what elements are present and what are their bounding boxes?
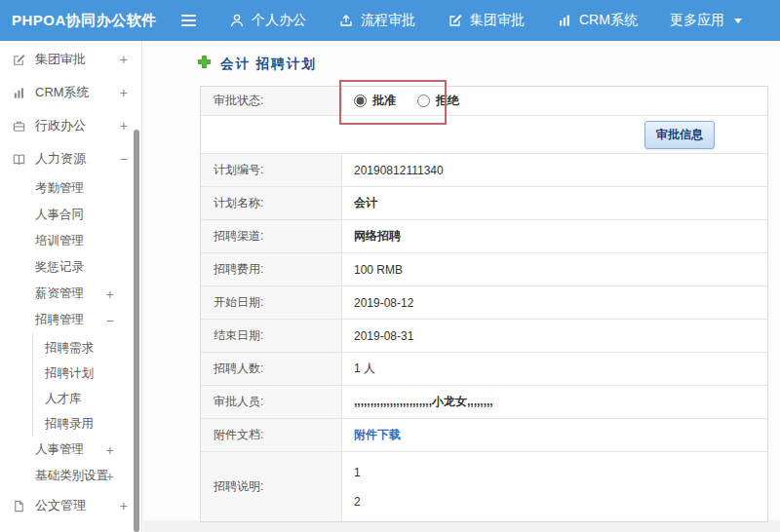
field-value: 100 RMB: [342, 253, 767, 285]
sidebar-menu: 集团审批 + CRM系统 + 行政办公 +: [0, 41, 141, 532]
sidebar-item-recruit-hire[interactable]: 招聘录用: [33, 411, 141, 437]
field-row-headcount: 招聘人数: 1 人: [201, 353, 767, 386]
sidebar-item-document-mgmt[interactable]: 公文管理 +: [0, 489, 141, 522]
expand-icon[interactable]: +: [120, 85, 128, 100]
field-label: 计划名称:: [201, 187, 342, 219]
field-row-plan-name: 计划名称: 会计: [201, 187, 767, 220]
expand-icon[interactable]: +: [106, 286, 114, 302]
radio-approve[interactable]: 批准: [354, 93, 396, 109]
add-plus-icon: [197, 55, 212, 73]
nav-item-more-apps[interactable]: 更多应用: [670, 12, 742, 29]
description-value: 1 2: [342, 452, 767, 521]
caret-down-icon: [734, 19, 742, 23]
person-icon: [229, 13, 245, 28]
field-row-plan-number: 计划编号: 20190812111340: [201, 154, 767, 187]
field-row-attachment: 附件文档: 附件下载: [201, 419, 767, 452]
attachment-download-link[interactable]: 附件下载: [354, 427, 401, 443]
field-row-approvers: 审批人员: ,,,,,,,,,,,,,,,,,,,,,,,,小龙女,,,,,,,…: [201, 386, 767, 419]
recruit-plan-form: 审批状态: 批准 拒绝 审批信息 计划编号: 20190812111340 计划…: [200, 86, 768, 522]
radio-reject[interactable]: 拒绝: [417, 93, 459, 109]
field-label: 附件文档:: [201, 419, 342, 451]
field-label: 计划编号:: [201, 154, 342, 186]
sidebar-item-group-approval[interactable]: 集团审批 +: [0, 43, 141, 76]
field-value: 会计: [342, 187, 767, 219]
sidebar-item-training[interactable]: 培训管理: [0, 228, 141, 254]
sidebar-item-salary[interactable]: 薪资管理 +: [0, 281, 141, 307]
flow-approval-icon: [338, 13, 354, 28]
field-value: 2019-08-12: [342, 286, 767, 319]
briefcase-icon: [12, 119, 26, 133]
field-row-recruit-channel: 招聘渠道: 网络招聘: [201, 220, 767, 253]
sidebar-item-crm[interactable]: CRM系统 +: [0, 76, 141, 109]
field-label: 审批人员:: [201, 386, 342, 418]
approval-options: 批准 拒绝: [342, 87, 767, 115]
sidebar-scrollbar[interactable]: [134, 130, 139, 532]
expand-icon[interactable]: +: [106, 442, 114, 458]
field-row-start-date: 开始日期: 2019-08-12: [201, 286, 767, 320]
edit-square-icon: [448, 13, 463, 28]
expand-icon[interactable]: +: [120, 498, 128, 513]
edit-square-icon: [12, 53, 26, 67]
bar-chart-icon: [557, 13, 572, 28]
document-icon: [12, 499, 26, 513]
approval-status-row: 审批状态: 批准 拒绝: [201, 87, 767, 116]
radio-reject-input[interactable]: [417, 95, 430, 107]
sidebar-item-recruit-mgmt[interactable]: 招聘管理 −: [0, 307, 141, 333]
sidebar-item-base-category[interactable]: 基础类别设置 +: [0, 463, 141, 489]
expand-icon[interactable]: +: [106, 469, 114, 484]
field-value: 1 人: [342, 353, 767, 385]
page-title: 会计 招聘计划: [220, 56, 317, 73]
field-row-description: 招聘说明: 1 2: [201, 452, 767, 521]
approval-button-row: 审批信息: [201, 116, 767, 154]
field-label: 招聘说明:: [201, 452, 342, 521]
sidebar-item-rewards[interactable]: 奖惩记录: [0, 254, 141, 281]
field-value: ,,,,,,,,,,,,,,,,,,,,,,,,小龙女,,,,,,,,: [342, 386, 767, 418]
collapse-icon[interactable]: −: [106, 313, 114, 328]
description-line: 2: [354, 495, 361, 509]
field-value: 2019-08-31: [342, 320, 767, 352]
sidebar-item-attendance[interactable]: 考勤管理: [0, 175, 141, 202]
field-value: 网络招聘: [342, 220, 767, 252]
app-logo: PHPOA协同办公软件: [0, 12, 181, 30]
field-label: 招聘渠道:: [201, 220, 342, 252]
nav-item-flow-approval[interactable]: 流程审批: [338, 12, 415, 29]
recruit-submenu: 招聘需求 招聘计划 人才库 招聘录用: [32, 333, 141, 437]
sidebar-item-recruit-plan[interactable]: 招聘计划: [33, 361, 141, 386]
sidebar-item-hr[interactable]: 人力资源 −: [0, 142, 141, 175]
sidebar-item-talent-pool[interactable]: 人才库: [33, 386, 141, 411]
radio-approve-input[interactable]: [354, 95, 367, 107]
field-value: 20190812111340: [342, 154, 767, 186]
sidebar: 集团审批 + CRM系统 + 行政办公 +: [0, 41, 142, 532]
expand-icon[interactable]: +: [120, 52, 128, 67]
sidebar-item-hr-contract[interactable]: 人事合同: [0, 202, 141, 228]
approval-info-button[interactable]: 审批信息: [644, 121, 715, 149]
field-label: 开始日期:: [201, 286, 342, 319]
hamburger-menu-icon[interactable]: [181, 15, 196, 26]
bar-chart-icon: [12, 86, 26, 100]
nav-item-crm[interactable]: CRM系统: [557, 12, 638, 29]
field-label: 审批状态:: [201, 87, 342, 115]
page-title-row: 会计 招聘计划: [197, 55, 317, 73]
sidebar-item-vehicle-mgmt[interactable]: 用车管理 +: [0, 522, 141, 532]
expand-icon[interactable]: +: [120, 118, 128, 133]
sidebar-item-personnel-mgmt[interactable]: 人事管理 +: [0, 437, 141, 463]
collapse-icon[interactable]: −: [120, 151, 128, 167]
sidebar-item-recruit-demand[interactable]: 招聘需求: [33, 335, 141, 361]
sidebar-item-admin-office[interactable]: 行政办公 +: [0, 109, 141, 142]
field-row-end-date: 结束日期: 2019-08-31: [201, 320, 767, 353]
top-nav-bar: PHPOA协同办公软件 个人办公 流程审批 集团审批: [0, 0, 780, 41]
nav-item-group-approval[interactable]: 集团审批: [448, 12, 525, 29]
book-icon: [12, 152, 26, 167]
field-row-recruit-cost: 招聘费用: 100 RMB: [201, 253, 767, 286]
nav-item-personal-office[interactable]: 个人办公: [229, 12, 306, 29]
field-label: 招聘费用:: [201, 253, 342, 285]
field-label: 招聘人数:: [201, 353, 342, 385]
main-content: 会计 招聘计划 审批状态: 批准 拒绝 审批信息 计划编号: 2019: [143, 41, 780, 532]
description-line: 1: [354, 466, 361, 479]
field-label: 结束日期:: [201, 320, 342, 352]
